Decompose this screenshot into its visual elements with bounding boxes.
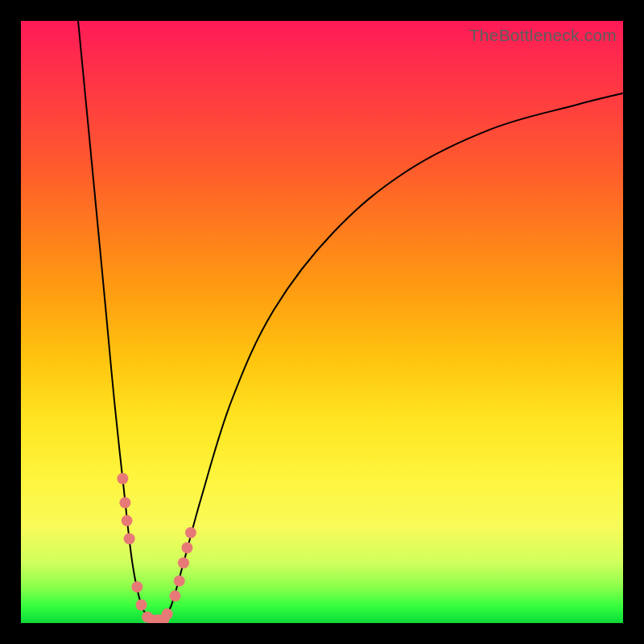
bead [181, 543, 192, 554]
bead [174, 576, 185, 587]
right-branch-curve [163, 93, 623, 621]
bead [119, 497, 130, 508]
bead [124, 533, 135, 544]
bead [178, 557, 189, 568]
bead [136, 600, 147, 611]
chart-frame: TheBottleneck.com [0, 0, 644, 644]
highlight-beads [117, 473, 196, 623]
bead [185, 527, 196, 539]
bead [131, 581, 142, 592]
bead [169, 590, 180, 601]
left-branch-curve [78, 21, 151, 620]
bead [117, 473, 128, 484]
plot-area: TheBottleneck.com [21, 21, 623, 623]
bead [122, 515, 133, 526]
bead [162, 609, 173, 620]
curves-svg [21, 21, 623, 623]
